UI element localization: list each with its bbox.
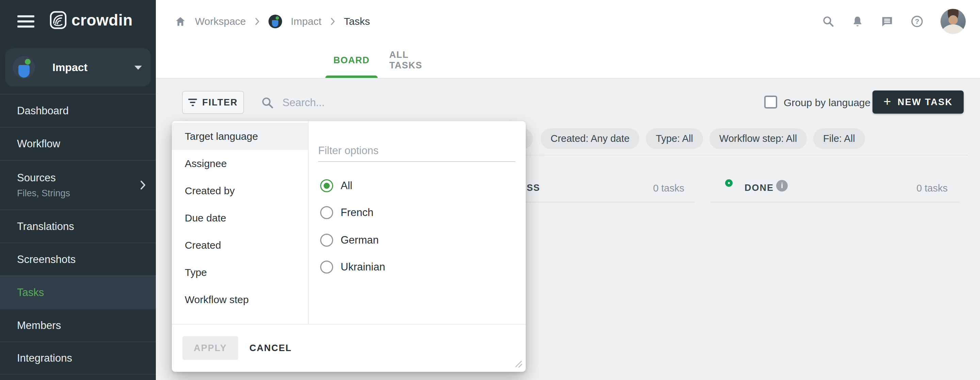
- sidebar-nav: Dashboard Workflow Sources Files, String…: [0, 94, 156, 375]
- sidebar-item-integrations[interactable]: Integrations: [0, 342, 156, 375]
- project-avatar: [269, 14, 282, 28]
- filter-field-assignee[interactable]: Assignee: [172, 150, 308, 177]
- sidebar-item-label: Tasks: [17, 286, 44, 299]
- logo-wordmark: crowdin: [72, 11, 133, 29]
- filter-button[interactable]: FILTER: [182, 91, 244, 114]
- filter-field-type[interactable]: Type: [172, 259, 308, 286]
- divider: [710, 202, 959, 202]
- group-by-language-checkbox[interactable]: [764, 95, 777, 108]
- divider: [172, 324, 526, 324]
- topbar: Workspace Impact Tasks ? BOARD ALL TASKS: [156, 0, 980, 79]
- breadcrumb-workspace[interactable]: Workspace: [195, 16, 246, 27]
- sidebar-item-tasks[interactable]: Tasks: [0, 275, 156, 308]
- resize-handle[interactable]: [514, 359, 522, 368]
- apply-button[interactable]: APPLY: [182, 336, 238, 360]
- column-done-count: 0 tasks: [876, 183, 948, 194]
- sidebar-item-sources[interactable]: Sources Files, Strings: [0, 160, 156, 210]
- filter-field-created-by[interactable]: Created by: [172, 177, 308, 205]
- plus-icon: +: [883, 95, 892, 108]
- filter-chip-type[interactable]: Type: All: [646, 128, 703, 149]
- radio-option-label: All: [340, 180, 352, 192]
- radio-option-label: German: [340, 234, 379, 246]
- chevron-down-icon: [134, 66, 142, 70]
- radio-icon: [320, 261, 333, 273]
- radio-icon: [320, 234, 333, 246]
- column-in-progress-label: SS: [527, 183, 540, 193]
- filter-chip-file[interactable]: File: All: [813, 128, 865, 149]
- project-selector[interactable]: Impact: [5, 48, 151, 86]
- radio-option-all[interactable]: All: [320, 179, 352, 192]
- chevron-right-icon: [255, 17, 259, 25]
- sidebar-item-screenshots[interactable]: Screenshots: [0, 243, 156, 275]
- filter-icon: [188, 99, 197, 106]
- crowdin-tasks-page: crowdin Impact Dashboard Workflow Source…: [0, 0, 980, 380]
- search-input[interactable]: [282, 94, 473, 111]
- cancel-button[interactable]: CANCEL: [250, 336, 292, 360]
- sidebar-item-label: Sources: [17, 172, 56, 184]
- radio-option-ukrainian[interactable]: Ukrainian: [320, 260, 385, 274]
- help-icon[interactable]: ?: [911, 15, 924, 28]
- filter-field-list: Target language Assignee Created by Due …: [172, 123, 308, 313]
- sidebar-item-label: Screenshots: [17, 253, 76, 266]
- notifications-bell-icon[interactable]: [851, 15, 864, 27]
- project-name: Impact: [52, 48, 88, 86]
- filter-field-workflow-step[interactable]: Workflow step: [172, 286, 308, 313]
- sidebar-item-translations[interactable]: Translations: [0, 210, 156, 243]
- sidebar-item-label: Workflow: [17, 138, 60, 150]
- sidebar-item-dashboard[interactable]: Dashboard: [0, 94, 156, 127]
- search-icon: [261, 96, 274, 109]
- sidebar-item-workflow[interactable]: Workflow: [0, 127, 156, 160]
- radio-option-german[interactable]: German: [320, 234, 379, 247]
- home-icon[interactable]: [175, 16, 186, 27]
- radio-option-label: French: [340, 207, 373, 219]
- breadcrumb-project[interactable]: Impact: [291, 16, 321, 27]
- topbar-actions: ?: [822, 0, 966, 43]
- user-avatar[interactable]: [940, 9, 966, 34]
- divider: [308, 121, 309, 324]
- new-task-button[interactable]: + NEW TASK: [872, 91, 964, 114]
- group-by-language-label[interactable]: Group by language: [784, 97, 870, 108]
- filter-field-due-date[interactable]: Due date: [172, 205, 308, 232]
- done-status-icon: [725, 179, 733, 187]
- sidebar-item-label: Members: [17, 320, 61, 332]
- crowdin-logo-icon: [50, 11, 67, 29]
- search-icon[interactable]: [822, 15, 834, 27]
- hamburger-menu-icon[interactable]: [18, 15, 34, 27]
- filter-button-label: FILTER: [202, 97, 237, 108]
- sidebar-item-label: Dashboard: [17, 105, 69, 117]
- filter-chip-created[interactable]: Created: Any date: [541, 128, 640, 149]
- filter-chips-row: Created: Any date Type: All Workflow ste…: [541, 128, 865, 149]
- info-icon[interactable]: i: [776, 180, 788, 192]
- breadcrumb: Workspace Impact Tasks: [175, 0, 370, 43]
- project-avatar: [13, 56, 35, 79]
- filter-field-target-language[interactable]: Target language: [172, 123, 308, 150]
- column-in-progress-count: 0 tasks: [612, 183, 684, 194]
- radio-option-french[interactable]: French: [320, 206, 373, 219]
- radio-selected-icon: [320, 179, 333, 192]
- radio-icon: [320, 206, 333, 219]
- chevron-right-icon: [140, 180, 146, 190]
- filter-options-input[interactable]: [318, 140, 515, 162]
- new-task-label: NEW TASK: [898, 97, 953, 108]
- sidebar: crowdin Impact Dashboard Workflow Source…: [0, 0, 156, 380]
- filter-field-created[interactable]: Created: [172, 232, 308, 259]
- messages-icon[interactable]: [881, 15, 894, 28]
- breadcrumb-current: Tasks: [344, 16, 370, 27]
- filter-popup: Target language Assignee Created by Due …: [172, 121, 526, 372]
- svg-text:?: ?: [915, 17, 920, 25]
- column-done-label: DONE: [745, 183, 774, 193]
- sidebar-item-subtitle: Files, Strings: [17, 188, 70, 199]
- tab-board[interactable]: BOARD: [325, 43, 378, 78]
- crowdin-logo[interactable]: crowdin: [50, 11, 133, 29]
- tab-all-tasks[interactable]: ALL TASKS: [389, 43, 437, 78]
- radio-option-label: Ukrainian: [340, 261, 385, 273]
- chevron-right-icon: [331, 17, 335, 25]
- filter-chip-workflow-step[interactable]: Workflow step: All: [710, 128, 807, 149]
- sidebar-item-members[interactable]: Members: [0, 308, 156, 342]
- sidebar-item-label: Integrations: [17, 352, 72, 364]
- sidebar-item-label: Translations: [17, 221, 74, 233]
